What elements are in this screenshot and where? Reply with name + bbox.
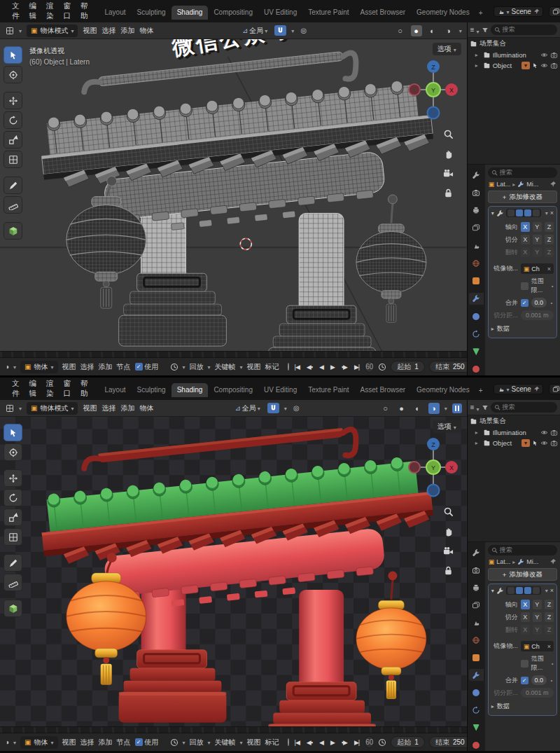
bisect-y-button[interactable]: Y	[533, 612, 542, 622]
viewport-menu-select[interactable]: 选择	[102, 403, 115, 413]
hide-eye-icon[interactable]	[540, 439, 548, 447]
expand-chevron-icon[interactable]: ▸	[475, 52, 481, 58]
axis-x-button[interactable]: X	[521, 222, 530, 232]
scene-selector[interactable]: Scene	[493, 384, 543, 394]
frame-end-field[interactable]: 结束250	[429, 736, 467, 748]
viewport-3d[interactable]: 选项 Z X Y	[0, 417, 467, 726]
breadcrumb-object[interactable]: Lat...	[496, 558, 510, 565]
use-nodes-checkbox[interactable]: ✓	[135, 738, 143, 746]
menu-window[interactable]: 窗口	[59, 0, 76, 22]
clear-object-icon[interactable]: ×	[547, 265, 551, 272]
use-nodes-toggle[interactable]: ✓使用	[135, 362, 159, 372]
shading-rendered-button[interactable]: ◑	[428, 403, 440, 414]
frame-end-field[interactable]: 结束250	[429, 361, 467, 373]
shading-solid-button[interactable]: ●	[396, 403, 407, 414]
pin-icon[interactable]	[533, 8, 540, 15]
play-button[interactable]: ▶	[329, 738, 336, 747]
timeline-menu-view[interactable]: 视图	[247, 362, 261, 372]
shading-chevron-icon[interactable]	[459, 27, 462, 34]
tab-shading[interactable]: Shading	[172, 6, 209, 20]
flip-y-button[interactable]: Y	[533, 247, 542, 257]
tool-rotate[interactable]	[4, 111, 22, 129]
properties-search-input[interactable]: 搜索	[488, 167, 557, 178]
view-layer-selector[interactable]: View Layer	[549, 384, 560, 394]
jump-start-button[interactable]: |◀	[293, 738, 301, 747]
flip-y-button[interactable]: Y	[533, 625, 542, 635]
play-reverse-button[interactable]: ◀	[318, 738, 325, 747]
next-keyframe-button[interactable]: ▪▶	[340, 363, 349, 371]
clock-icon[interactable]	[378, 362, 386, 371]
timeline-menu-keying[interactable]: 关键帧	[215, 738, 236, 747]
outliner-row-illumination[interactable]: ▸ Illumination	[473, 427, 560, 438]
selectable-cursor-icon[interactable]	[532, 62, 538, 69]
camera-view-icon[interactable]	[443, 168, 454, 179]
data-subpanel[interactable]: ▸ 数据	[491, 324, 554, 333]
shading-solid-button[interactable]: ●	[411, 25, 422, 36]
viewport-menu-add[interactable]: 添加	[120, 403, 134, 413]
shader-menu-add[interactable]: 添加	[99, 362, 113, 372]
viewport-menu-add[interactable]: 添加	[120, 26, 134, 36]
flip-x-button[interactable]: X	[521, 247, 530, 257]
decorator-dot-icon[interactable]: •	[550, 677, 554, 684]
tool-rotate[interactable]	[4, 489, 22, 506]
navigation-gizmo[interactable]: Z X Y	[408, 435, 458, 499]
tool-move[interactable]	[4, 469, 22, 487]
shading-material-button[interactable]: ◐	[427, 25, 438, 36]
lock-view-icon[interactable]	[443, 565, 454, 576]
mirror-object-field[interactable]: ▣Ch×	[521, 641, 554, 651]
selectable-cursor-icon[interactable]	[532, 440, 538, 446]
bisect-x-button[interactable]: X	[521, 612, 530, 622]
merge-checkbox[interactable]: ✓	[521, 677, 528, 684]
data-subpanel[interactable]: ▸ 数据	[491, 702, 554, 711]
options-dropdown[interactable]: 选项	[433, 43, 461, 55]
tab-shading[interactable]: Shading	[172, 383, 209, 397]
tab-layout[interactable]: Layout	[99, 383, 132, 397]
viewport-canvas[interactable]	[0, 417, 467, 726]
frame-start-field[interactable]: 起始1	[391, 736, 425, 748]
tab-render[interactable]	[469, 564, 484, 576]
add-workspace-button[interactable]: +	[475, 6, 486, 20]
current-frame-field[interactable]: 60	[365, 736, 374, 748]
tool-annotate[interactable]	[4, 554, 22, 572]
menu-render[interactable]: 渲染	[42, 378, 58, 400]
jump-end-button[interactable]: ▶|	[353, 738, 360, 747]
filter-funnel-icon[interactable]	[482, 27, 489, 34]
tab-texture-paint[interactable]: Texture Paint	[302, 6, 354, 20]
tab-tool[interactable]	[469, 546, 484, 558]
tab-layout[interactable]: Layout	[99, 6, 132, 20]
shader-menu-select[interactable]: 选择	[80, 738, 94, 747]
tool-add-cube[interactable]	[4, 600, 22, 617]
tab-object[interactable]	[469, 275, 484, 287]
tab-output[interactable]	[469, 581, 484, 593]
camera-view-icon[interactable]	[443, 546, 454, 556]
tab-scene[interactable]	[469, 616, 484, 628]
shader-menu-add[interactable]: 添加	[99, 738, 113, 747]
orientation-dropdown[interactable]: ⊿全局	[240, 25, 270, 37]
axis-y-button[interactable]: Y	[533, 600, 542, 609]
pin-icon[interactable]	[533, 386, 540, 392]
merge-value-slider[interactable]: 0.0	[531, 675, 547, 685]
viewport-3d[interactable]: 摄像机透视 (60) Object | Latern 选项 Z X Y	[0, 39, 467, 351]
tab-data[interactable]	[469, 346, 484, 358]
pin-icon[interactable]	[550, 181, 556, 188]
tab-geometry-nodes[interactable]: Geometry Nodes	[411, 383, 475, 397]
axis-z-button[interactable]: Z	[545, 222, 554, 232]
tool-annotate[interactable]	[4, 177, 22, 194]
tab-sculpting[interactable]: Sculpting	[132, 6, 172, 20]
outliner-row-scene-collection[interactable]: 场景集合	[468, 38, 560, 50]
shading-chevron-icon[interactable]	[444, 404, 447, 412]
shading-material-button[interactable]: ◐	[412, 403, 424, 414]
use-nodes-toggle[interactable]: ✓使用	[135, 738, 159, 747]
editor-type-icon[interactable]	[5, 403, 14, 413]
tool-transform[interactable]	[4, 528, 22, 546]
play-button[interactable]: ▶	[329, 363, 336, 371]
navigation-gizmo[interactable]: Z X Y	[408, 57, 458, 122]
viewport-menu-select[interactable]: 选择	[102, 26, 115, 36]
frame-start-field[interactable]: 起始1	[391, 361, 425, 373]
menu-file[interactable]: 文件	[8, 378, 24, 400]
tab-geometry-nodes[interactable]: Geometry Nodes	[411, 6, 475, 20]
mirror-object-field[interactable]: ▣Ch×	[521, 263, 554, 274]
auto-keying-button[interactable]	[288, 738, 289, 746]
shading-wireframe-button[interactable]: ○	[380, 403, 391, 414]
timeline-menu-playback[interactable]: 回放	[190, 738, 204, 747]
